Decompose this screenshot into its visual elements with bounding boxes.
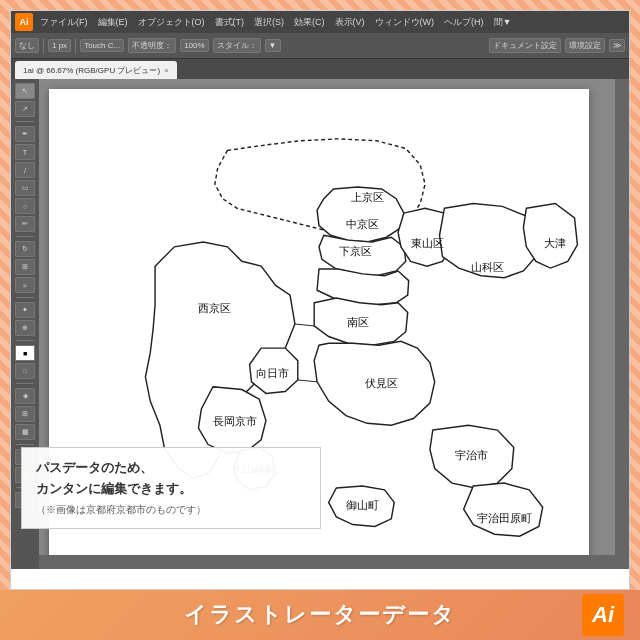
toolbar-stroke[interactable]: なし [15, 38, 39, 53]
tool-mesh[interactable]: ⊞ [15, 406, 35, 422]
banner-text: イラストレーターデータ [184, 600, 456, 630]
tab-close-button[interactable]: × [164, 66, 169, 75]
tool-sep-1 [16, 121, 34, 122]
menu-select[interactable]: 選択(S) [249, 16, 289, 29]
tool-brush[interactable]: ✏ [15, 216, 35, 232]
menu-view[interactable]: 表示(V) [330, 16, 370, 29]
menu-extra[interactable]: 間▼ [489, 16, 517, 29]
info-sub-text: （※画像は京都府京都市のものです） [36, 502, 306, 518]
tool-fill[interactable]: ■ [15, 345, 35, 361]
label-muko: 向日市 [256, 367, 289, 379]
label-oyama: 御山町 [346, 499, 379, 511]
menu-bar: Ai ファイル(F) 編集(E) オブジェクト(O) 書式(T) 選択(S) 効… [11, 11, 629, 33]
tool-sep-5 [16, 383, 34, 384]
menu-help[interactable]: ヘルプ(H) [439, 16, 489, 29]
tool-pen[interactable]: ✒ [15, 126, 35, 142]
ai-logo-menu: Ai [15, 13, 33, 31]
toolbar-style-value[interactable]: ▼ [265, 39, 281, 52]
svg-line-0 [295, 324, 314, 326]
tool-eyedropper[interactable]: ✦ [15, 302, 35, 318]
tool-direct-select[interactable]: ↗ [15, 101, 35, 117]
tool-type[interactable]: T [15, 144, 35, 160]
toolbar-style-label: スタイル： [213, 38, 261, 53]
menu-object[interactable]: オブジェクト(O) [133, 16, 210, 29]
label-minami: 南区 [347, 316, 369, 328]
tool-rect[interactable]: ▭ [15, 180, 35, 196]
label-shimogyo: 下京区 [339, 245, 372, 257]
banner-ai-logo: Ai [582, 594, 624, 636]
tab-bar: 1ai @ 66.67% (RGB/GPU プレビュー) × [11, 59, 629, 79]
tab-filename: 1ai @ 66.67% (RGB/GPU プレビュー) [23, 65, 160, 76]
menu-edit[interactable]: 編集(E) [93, 16, 133, 29]
vertical-scrollbar[interactable] [615, 79, 629, 569]
tool-graph[interactable]: ▦ [15, 424, 35, 440]
toolbar-sep-1 [43, 38, 44, 54]
tool-stroke[interactable]: □ [15, 363, 35, 379]
main-container: Ai ファイル(F) 編集(E) オブジェクト(O) 書式(T) 選択(S) 効… [0, 0, 640, 640]
toolbar: なし 1 px Touch C... 不透明度： 100% スタイル： ▼ ドキ… [11, 33, 629, 59]
toolbar-width[interactable]: 1 px [48, 39, 71, 52]
label-uji: 宇治市 [455, 449, 488, 461]
tool-ellipse[interactable]: ○ [15, 198, 35, 214]
tool-sep-2 [16, 236, 34, 237]
info-main-text: パスデータのため、 カンタンに編集できます。 [36, 458, 306, 500]
label-nagaokakyo: 長岡京市 [213, 415, 257, 427]
tool-blend[interactable]: ⊕ [15, 320, 35, 336]
label-fushimi: 伏見区 [365, 377, 398, 389]
menu-effect[interactable]: 効果(C) [289, 16, 330, 29]
menu-file[interactable]: ファイル(F) [35, 16, 93, 29]
tool-scale[interactable]: ⊞ [15, 259, 35, 275]
document-tab[interactable]: 1ai @ 66.67% (RGB/GPU プレビュー) × [15, 61, 177, 79]
tool-gradient[interactable]: ◈ [15, 388, 35, 404]
label-yamashina: 山科区 [471, 261, 504, 273]
toolbar-mode[interactable]: Touch C... [80, 39, 124, 52]
tool-rotate[interactable]: ↻ [15, 241, 35, 257]
svg-line-1 [298, 380, 317, 382]
toolbar-doc-settings[interactable]: ドキュメント設定 [489, 38, 561, 53]
label-ujitawara: 宇治田原町 [477, 512, 532, 524]
label-higashiyama: 東山区 [411, 237, 444, 249]
info-box: パスデータのため、 カンタンに編集できます。 （※画像は京都府京都市のものです） [21, 447, 321, 529]
toolbar-opacity-value[interactable]: 100% [180, 39, 208, 52]
info-line2: カンタンに編集できます。 [36, 481, 192, 496]
label-nakagyo: 中京区 [346, 218, 379, 230]
bottom-banner: イラストレーターデータ Ai [0, 590, 640, 640]
content-area: Ai ファイル(F) 編集(E) オブジェクト(O) 書式(T) 選択(S) 効… [10, 10, 630, 590]
tool-sep-4 [16, 340, 34, 341]
tool-line[interactable]: / [15, 162, 35, 178]
horizontal-scrollbar[interactable] [39, 555, 615, 569]
info-line1: パスデータのため、 [36, 460, 153, 475]
tool-sep-6 [16, 444, 34, 445]
menu-format[interactable]: 書式(T) [210, 16, 250, 29]
toolbar-env-settings[interactable]: 環境設定 [565, 38, 605, 53]
label-nishikyo: 西京区 [198, 302, 231, 314]
toolbar-more[interactable]: ≫ [609, 39, 625, 52]
toolbar-sep-2 [75, 38, 76, 54]
tool-select[interactable]: ↖ [15, 83, 35, 99]
tool-warp[interactable]: ≈ [15, 277, 35, 293]
label-otsu: 大津 [544, 237, 566, 249]
tool-sep-3 [16, 297, 34, 298]
menu-items: ファイル(F) 編集(E) オブジェクト(O) 書式(T) 選択(S) 効果(C… [35, 16, 516, 29]
label-kamigyo: 上京区 [351, 191, 384, 203]
toolbar-opacity-label: 不透明度： [128, 38, 176, 53]
menu-window[interactable]: ウィンドウ(W) [370, 16, 440, 29]
